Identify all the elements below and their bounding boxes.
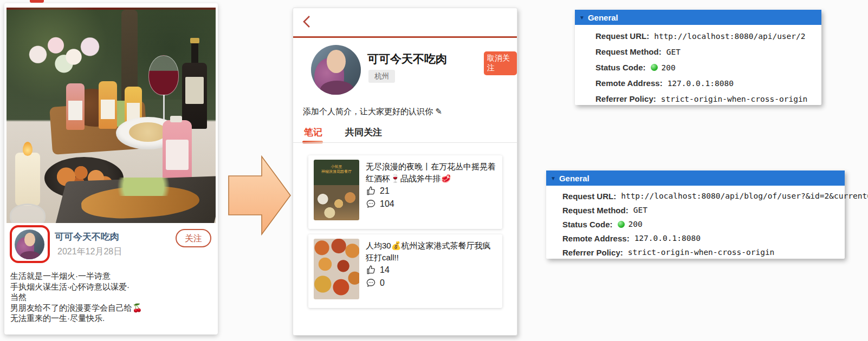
comment-bubble-icon <box>366 278 376 288</box>
general-section-header[interactable]: ▼ General <box>546 170 845 186</box>
candle-flame <box>23 142 33 156</box>
section-title: General <box>559 174 590 183</box>
comment-count: 104 <box>380 199 394 209</box>
comment-bubble-icon <box>366 199 376 209</box>
thumbnail-watermark: 小筑里 神秘浪漫花园餐厅 <box>314 164 359 174</box>
pasta <box>129 122 167 142</box>
caption-line: 生活就是一半烟火·一半诗意 <box>10 271 212 281</box>
drink-bottle-label <box>101 100 115 119</box>
glass-candle-holder <box>10 204 46 223</box>
like-count-row[interactable]: 14 <box>366 265 390 275</box>
thumbs-up-icon <box>366 265 376 275</box>
comment-count-row[interactable]: 0 <box>366 278 385 288</box>
note-card[interactable]: 小筑里 神秘浪漫花园餐厅 无尽浪漫的夜晚丨在万花丛中摇晃着红酒杯🍷品战斧牛排🥩 … <box>308 155 502 229</box>
wine-bottle-cap <box>190 38 199 43</box>
location-badge: 杭州 <box>368 70 395 83</box>
frisee-garnish <box>108 178 179 196</box>
profile-bio[interactable]: 添加个人简介，让大家更好的认识你 ✎ <box>303 107 442 117</box>
caption-line: 手执烟火谋生活·心怀诗意以谋爱· <box>10 281 212 292</box>
avatar-face <box>24 233 36 246</box>
follow-button[interactable]: 关注 <box>176 229 211 247</box>
like-count-row[interactable]: 21 <box>366 186 390 196</box>
red-annotation-fragment <box>30 0 44 3</box>
status-ok-dot-icon <box>618 221 625 228</box>
avatar-shoulder <box>320 81 354 95</box>
thumbnail-dishes <box>314 239 359 299</box>
general-section-header[interactable]: ▼ General <box>575 10 821 25</box>
pink-soda-cap <box>170 116 182 122</box>
caption-line: 无法重来的一生·尽量快乐. <box>10 313 212 324</box>
request-method-row: Request Method: GET <box>546 203 845 217</box>
remote-address-row: Remote Address: 127.0.0.1:8080 <box>575 75 821 91</box>
caption-line <box>10 324 212 335</box>
thumbnail-dishes <box>314 190 359 220</box>
comment-count: 0 <box>380 278 385 288</box>
like-count: 14 <box>380 265 390 275</box>
pink-soda-label <box>166 140 189 170</box>
note-thumbnail[interactable]: 小筑里 神秘浪漫花园餐厅 <box>314 160 359 220</box>
devtools-general-panel: ▼ General Request URL: http://localhost:… <box>575 10 821 105</box>
tab-mutual-follow[interactable]: 共同关注 <box>345 126 382 139</box>
back-chevron-icon <box>302 15 312 29</box>
like-count: 21 <box>380 186 390 196</box>
status-ok-dot-icon <box>651 64 658 71</box>
section-title: General <box>588 13 618 22</box>
thumbs-up-icon <box>366 186 376 196</box>
post-date: 2021年12月28日 <box>57 246 122 258</box>
referrer-policy-row: Referrer Policy: strict-origin-when-cros… <box>575 91 821 107</box>
author-name[interactable]: 可可今天不吃肉 <box>55 231 119 243</box>
flower-bouquet <box>22 29 103 75</box>
collapse-triangle-icon: ▼ <box>579 15 585 21</box>
note-thumbnail[interactable] <box>314 239 359 299</box>
caption-line: 男朋友给不了的浪漫要学会自己给🍒 <box>10 303 212 313</box>
header-divider <box>293 36 517 38</box>
tab-divider <box>293 142 517 143</box>
screenshot-stage: 可可今天不吃肉 2021年12月28日 关注 生活就是一半烟火·一半诗意 手执烟… <box>0 0 868 341</box>
devtools-general-panel: ▼ General Request URL: http://localhost:… <box>546 170 845 259</box>
comment-count-row[interactable]: 104 <box>366 199 394 209</box>
request-url-row: Request URL: http://localhost:8080/api/u… <box>575 28 821 44</box>
caption-line: 当然 <box>10 292 212 303</box>
dinner-photo <box>7 8 216 223</box>
note-card[interactable]: 人均30💰杭州这家港式茶餐厅我疯狂打call!! 14 0 <box>308 234 502 308</box>
avatar-face <box>327 50 346 73</box>
request-url-row: Request URL: http://localhost:8080/api/b… <box>546 189 845 203</box>
drink-bottle-label <box>68 101 82 120</box>
note-title[interactable]: 无尽浪漫的夜晚丨在万花丛中摇晃着红酒杯🍷品战斧牛排🥩 <box>366 161 498 185</box>
right-arrow-shape <box>228 155 292 235</box>
collapse-triangle-icon: ▼ <box>550 175 556 181</box>
referrer-policy-row: Referrer Policy: strict-origin-when-cros… <box>546 245 845 259</box>
wine-bottle-label <box>185 77 204 104</box>
tab-notes[interactable]: 笔记 <box>304 126 322 139</box>
post-caption: 生活就是一半烟火·一半诗意 手执烟火谋生活·心怀诗意以谋爱· 当然 男朋友给不了… <box>10 271 212 335</box>
general-section-body: Request URL: http://localhost:8080/api/b… <box>546 186 845 259</box>
status-code-row: Status Code: 200 <box>546 217 845 231</box>
post-card: 可可今天不吃肉 2021年12月28日 关注 生活就是一半烟火·一半诗意 手执烟… <box>4 3 218 335</box>
author-avatar[interactable] <box>15 229 44 259</box>
note-title[interactable]: 人均30💰杭州这家港式茶餐厅我疯狂打call!! <box>366 240 498 264</box>
general-section-body: Request URL: http://localhost:8080/api/u… <box>575 25 821 107</box>
wine-bottle-neck <box>191 41 198 65</box>
request-method-row: Request Method: GET <box>575 44 821 60</box>
wine-glass <box>148 55 179 95</box>
remote-address-row: Remote Address: 127.0.0.1:8080 <box>546 231 845 245</box>
unfollow-button[interactable]: 取消关注 <box>484 51 517 75</box>
back-button[interactable] <box>302 15 315 30</box>
profile-name: 可可今天不吃肉 <box>367 51 447 67</box>
profile-card: 可可今天不吃肉 杭州 取消关注 添加个人简介，让大家更好的认识你 ✎ 笔记 共同… <box>293 8 517 336</box>
candle <box>15 153 40 206</box>
profile-avatar[interactable] <box>311 45 361 95</box>
status-code-row: Status Code: 200 <box>575 60 821 75</box>
wine-glass-stem <box>163 94 165 122</box>
caption-line: 🏯「小筑里·神秘浪漫花园餐厅」🏯 <box>10 334 212 335</box>
